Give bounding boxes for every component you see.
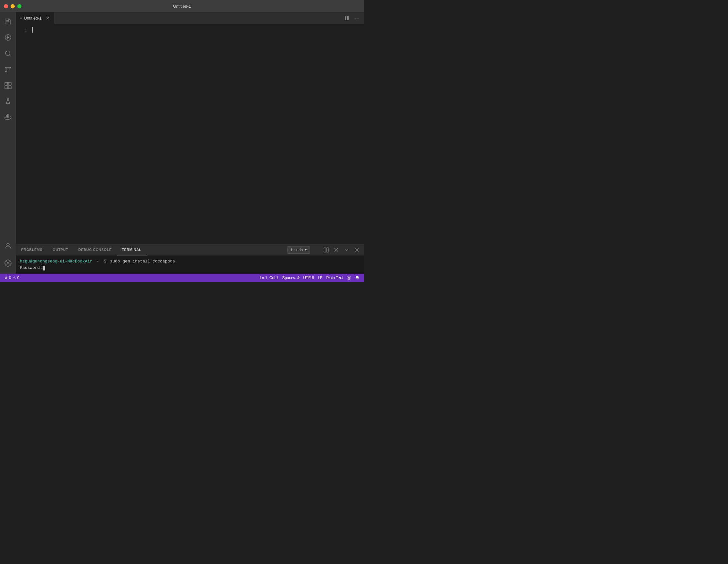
more-actions-button[interactable]: ···	[352, 14, 361, 23]
status-errors[interactable]: ⊗ 0 ⚠ 0	[3, 276, 21, 280]
panel-close-button[interactable]	[352, 245, 361, 254]
svg-point-6	[5, 71, 7, 72]
panel-actions: 1: sudo	[287, 244, 364, 255]
sidebar-item-account[interactable]	[0, 238, 16, 254]
terminal-instance-dropdown[interactable]: 1: sudo	[287, 246, 310, 254]
editor-content[interactable]: 1	[16, 24, 364, 244]
status-language[interactable]: Plain Text	[324, 276, 345, 280]
tab-filename: Untitled-1	[24, 16, 42, 21]
text-cursor	[32, 27, 33, 33]
svg-point-19	[7, 262, 9, 264]
sidebar-item-settings[interactable]	[0, 255, 16, 271]
svg-rect-10	[5, 86, 8, 89]
tab-bar: ≡ Untitled-1 ✕ ···	[16, 12, 364, 24]
remote-icon	[347, 276, 351, 280]
line-number: 1	[16, 27, 27, 34]
terminal-instance-label: 1: sudo	[290, 248, 303, 252]
panel-area: PROBLEMS OUTPUT DEBUG CONSOLE TERMINAL 1…	[16, 244, 364, 274]
status-line-ending[interactable]: LF	[316, 276, 324, 280]
terminal-content[interactable]: hsgu@guhongseog-ui-MacBookAir ~ $ sudo g…	[16, 256, 364, 274]
position-label: Ln 1, Col 1	[260, 276, 278, 280]
status-bar: ⊗ 0 ⚠ 0 Ln 1, Col 1 Spaces: 4 UTF-8 LF P…	[0, 274, 364, 282]
sidebar-item-explorer[interactable]	[0, 13, 16, 29]
sidebar-item-testing[interactable]	[0, 94, 16, 110]
status-spaces[interactable]: Spaces: 4	[280, 276, 301, 280]
svg-point-18	[7, 243, 9, 246]
svg-rect-21	[327, 248, 328, 252]
sidebar-item-docker[interactable]	[0, 110, 16, 126]
status-right: Ln 1, Col 1 Spaces: 4 UTF-8 LF Plain Tex…	[258, 276, 361, 280]
terminal-cursor	[43, 266, 45, 270]
bell-icon	[355, 276, 360, 280]
traffic-lights	[4, 4, 21, 8]
status-position[interactable]: Ln 1, Col 1	[258, 276, 280, 280]
tab-actions: ···	[342, 12, 364, 24]
line-ending-label: LF	[318, 276, 322, 280]
editor-area: ≡ Untitled-1 ✕ ···	[16, 12, 364, 274]
panel-collapse-button[interactable]	[342, 245, 351, 254]
sidebar-item-extensions[interactable]	[0, 78, 16, 94]
svg-rect-14	[7, 117, 8, 118]
svg-rect-13	[6, 117, 7, 118]
new-terminal-button[interactable]	[311, 245, 320, 254]
activity-icons-top	[0, 12, 16, 126]
editor-tab-untitled[interactable]: ≡ Untitled-1 ✕	[16, 12, 54, 24]
status-left: ⊗ 0 ⚠ 0	[3, 276, 21, 280]
error-count: 0	[9, 276, 11, 280]
terminal-password-line: Password:	[20, 265, 360, 271]
svg-rect-17	[7, 114, 8, 115]
status-remote[interactable]	[345, 276, 353, 280]
maximize-button[interactable]	[17, 4, 21, 8]
tab-file-icon: ≡	[20, 16, 22, 20]
tab-problems[interactable]: PROBLEMS	[16, 244, 47, 255]
minimize-button[interactable]	[11, 4, 15, 8]
svg-rect-8	[5, 82, 8, 85]
terminal-command-line: hsgu@guhongseog-ui-MacBookAir ~ $ sudo g…	[20, 258, 360, 265]
terminal-dollar: $	[104, 258, 106, 265]
tab-terminal[interactable]: TERMINAL	[117, 244, 146, 255]
activity-bar	[0, 12, 16, 274]
line-numbers: 1	[16, 24, 32, 244]
sidebar-item-search[interactable]	[0, 46, 16, 62]
svg-rect-16	[7, 116, 8, 117]
terminal-password-label: Password:	[20, 265, 42, 271]
chevron-down-icon	[304, 248, 307, 252]
tab-close-button[interactable]: ✕	[45, 16, 50, 21]
kill-terminal-button[interactable]	[332, 245, 341, 254]
language-label: Plain Text	[326, 276, 343, 280]
svg-rect-9	[8, 82, 11, 85]
warning-count: 0	[17, 276, 20, 280]
status-encoding[interactable]: UTF-8	[301, 276, 316, 280]
svg-point-3	[5, 51, 10, 55]
spaces-label: Spaces: 4	[282, 276, 299, 280]
app-container: ≡ Untitled-1 ✕ ···	[0, 12, 364, 282]
terminal-command-text: sudo gem install cocoapods	[107, 258, 175, 265]
close-button[interactable]	[4, 4, 8, 8]
warning-icon: ⚠	[12, 276, 16, 280]
tab-output[interactable]: OUTPUT	[47, 244, 73, 255]
svg-rect-15	[6, 116, 7, 117]
split-editor-button[interactable]	[342, 14, 351, 23]
svg-rect-20	[324, 248, 326, 252]
status-notifications[interactable]	[353, 276, 361, 280]
activity-icons-bottom	[0, 238, 16, 274]
cursor-line	[32, 27, 364, 33]
svg-rect-11	[8, 86, 11, 89]
tab-debug-console[interactable]: DEBUG CONSOLE	[73, 244, 117, 255]
svg-line-4	[10, 55, 11, 57]
code-area[interactable]	[32, 24, 364, 244]
window-title: Untitled-1	[173, 4, 191, 9]
main-content: ≡ Untitled-1 ✕ ···	[0, 12, 364, 274]
sidebar-item-run[interactable]	[0, 29, 16, 46]
titlebar: Untitled-1	[0, 0, 364, 12]
svg-point-5	[5, 67, 7, 68]
panel-tab-bar: PROBLEMS OUTPUT DEBUG CONSOLE TERMINAL 1…	[16, 244, 364, 256]
split-terminal-button[interactable]	[322, 245, 331, 254]
terminal-user: hsgu@guhongseog-ui-MacBookAir	[20, 258, 92, 265]
sidebar-item-source-control[interactable]	[0, 62, 16, 78]
svg-rect-12	[5, 117, 6, 118]
error-icon: ⊗	[4, 276, 8, 280]
terminal-tilde: ~	[94, 258, 101, 265]
encoding-label: UTF-8	[303, 276, 314, 280]
svg-marker-1	[7, 36, 9, 39]
